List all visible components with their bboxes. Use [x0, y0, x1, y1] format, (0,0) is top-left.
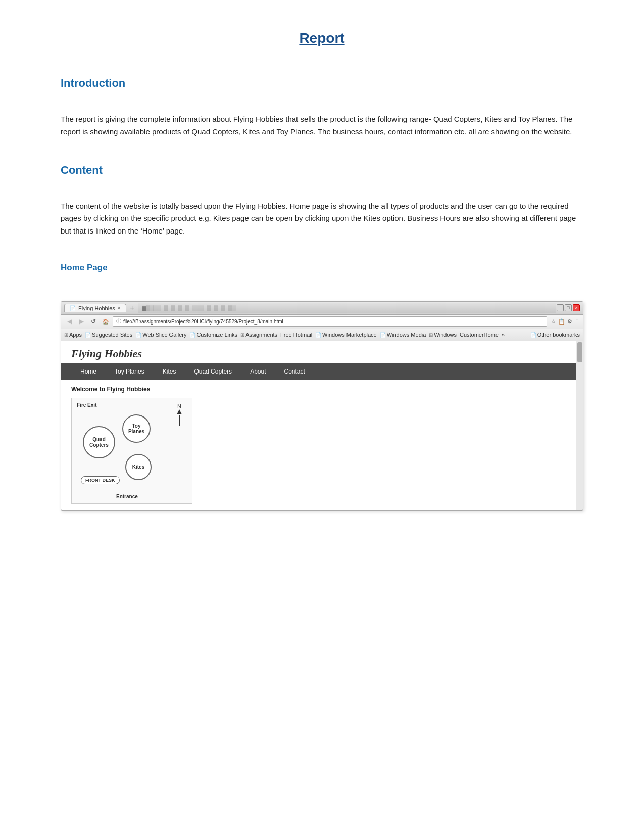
- content-heading: Content: [61, 164, 583, 177]
- bookmark-windows[interactable]: ⊞ Windows: [429, 332, 457, 338]
- apps-icon: ⊞: [64, 332, 68, 338]
- report-title: Report: [61, 30, 583, 47]
- maximize-btn[interactable]: □: [565, 304, 572, 311]
- bookmark-hotmail[interactable]: Free Hotmail: [280, 332, 312, 338]
- new-tab-btn[interactable]: +: [128, 304, 136, 312]
- site-body: Welcome to Flying Hobbies Fire Exit N Qu…: [61, 380, 576, 510]
- close-btn[interactable]: ×: [573, 304, 580, 311]
- suggested-icon: 📄: [85, 332, 91, 338]
- address-text: file:///B:/assignments/Project%20HCI/fly…: [123, 319, 283, 325]
- browser-toolbar: ◀ ▶ ↺ 🏠 ⓘ file:///B:/assignments/Project…: [61, 315, 583, 329]
- bookmark-other[interactable]: 📄 Other bookmarks: [530, 332, 580, 338]
- nav-item-home[interactable]: Home: [71, 363, 106, 380]
- tab-title: Flying Hobbies: [78, 305, 115, 311]
- scrollbar-thumb[interactable]: [577, 342, 582, 362]
- assignments-icon: ⊞: [240, 332, 244, 338]
- arrow-line: [179, 415, 180, 426]
- settings-icon[interactable]: ⚙: [567, 318, 572, 325]
- introduction-heading: Introduction: [61, 77, 583, 90]
- site-nav: Home Toy Planes Kites Quad Copters About…: [61, 363, 576, 380]
- content-section: Content The content of the website is to…: [61, 164, 583, 238]
- scrollbar[interactable]: [576, 341, 583, 510]
- north-label: N: [177, 403, 181, 409]
- bookmark-web-slice[interactable]: 📄 Web Slice Gallery: [135, 332, 186, 338]
- introduction-section: Introduction The report is giving the co…: [61, 77, 583, 138]
- site-header: Flying Hobbies: [61, 341, 576, 363]
- fire-exit-label: Fire Exit: [77, 402, 96, 408]
- site-logo: Flying Hobbies: [71, 347, 566, 360]
- other-icon: 📄: [530, 332, 536, 338]
- north-arrow: N: [177, 403, 182, 426]
- kites-circle[interactable]: Kites: [125, 454, 152, 480]
- content-paragraph: The content of the website is totally ba…: [61, 200, 583, 238]
- store-map: Fire Exit N QuadCopters ToyPlanes Kite: [71, 398, 192, 504]
- home-page-section: Home Page 📄 Flying Hobbies × + ▓▒░░░░░░░…: [61, 263, 583, 511]
- minimize-btn[interactable]: —: [557, 304, 564, 311]
- bookmark-assignments[interactable]: ⊞ Assignments: [240, 332, 277, 338]
- bookmark-apps[interactable]: ⊞ Apps: [64, 332, 82, 338]
- quad-copters-circle[interactable]: QuadCopters: [83, 426, 115, 458]
- bookmark-more[interactable]: »: [502, 332, 505, 338]
- forward-btn[interactable]: ▶: [76, 316, 86, 327]
- windows-icon: ⊞: [429, 332, 433, 338]
- web-slice-icon: 📄: [135, 332, 141, 338]
- address-bar[interactable]: ⓘ file:///B:/assignments/Project%20HCI/f…: [113, 316, 547, 327]
- introduction-paragraph: The report is giving the complete inform…: [61, 113, 583, 138]
- bookmark-windows-media[interactable]: 📄 Windows Media: [380, 332, 426, 338]
- bookmark-icon[interactable]: 📋: [558, 318, 565, 325]
- home-page-heading: Home Page: [61, 263, 583, 273]
- back-btn[interactable]: ◀: [64, 316, 74, 327]
- nav-item-about[interactable]: About: [241, 363, 275, 380]
- browser-tab[interactable]: 📄 Flying Hobbies ×: [64, 304, 126, 312]
- arrow-head: [177, 409, 182, 414]
- bookmark-marketplace[interactable]: 📄 Windows Marketplace: [315, 332, 377, 338]
- nav-item-toy-planes[interactable]: Toy Planes: [106, 363, 154, 380]
- nav-item-contact[interactable]: Contact: [275, 363, 314, 380]
- entrance-label: Entrance: [116, 494, 138, 499]
- toolbar-icons: ☆ 📋 ⚙ ⋮: [551, 318, 580, 325]
- website-viewport: Flying Hobbies Home Toy Planes Kites Qua…: [61, 341, 576, 510]
- tab-favicon: 📄: [70, 305, 76, 311]
- front-desk-button[interactable]: FRONT DESK: [81, 476, 120, 484]
- customize-icon: 📄: [189, 332, 195, 338]
- home-btn[interactable]: 🏠: [101, 316, 111, 327]
- bookmark-customer[interactable]: CustomerHome: [460, 332, 499, 338]
- bookmarks-bar: ⊞ Apps 📄 Suggested Sites 📄 Web Slice Gal…: [61, 329, 583, 341]
- bookmark-customize[interactable]: 📄 Customize Links: [189, 332, 237, 338]
- windows-media-icon: 📄: [380, 332, 386, 338]
- toy-planes-circle[interactable]: ToyPlanes: [122, 414, 151, 443]
- nav-item-quad-copters[interactable]: Quad Copters: [185, 363, 241, 380]
- nav-item-kites[interactable]: Kites: [154, 363, 185, 380]
- browser-screenshot: 📄 Flying Hobbies × + ▓▒░░░░░░░░░░░░░░░░░…: [61, 301, 583, 511]
- tab-close-btn[interactable]: ×: [118, 305, 121, 311]
- browser-titlebar: 📄 Flying Hobbies × + ▓▒░░░░░░░░░░░░░░░░░…: [61, 302, 583, 315]
- window-controls: — □ ×: [557, 304, 580, 311]
- welcome-text: Welcome to Flying Hobbies: [71, 386, 566, 393]
- more-icon[interactable]: ⋮: [574, 318, 580, 325]
- star-icon[interactable]: ☆: [551, 318, 556, 325]
- refresh-btn[interactable]: ↺: [88, 316, 98, 327]
- bookmark-suggested[interactable]: 📄 Suggested Sites: [85, 332, 132, 338]
- marketplace-icon: 📄: [315, 332, 321, 338]
